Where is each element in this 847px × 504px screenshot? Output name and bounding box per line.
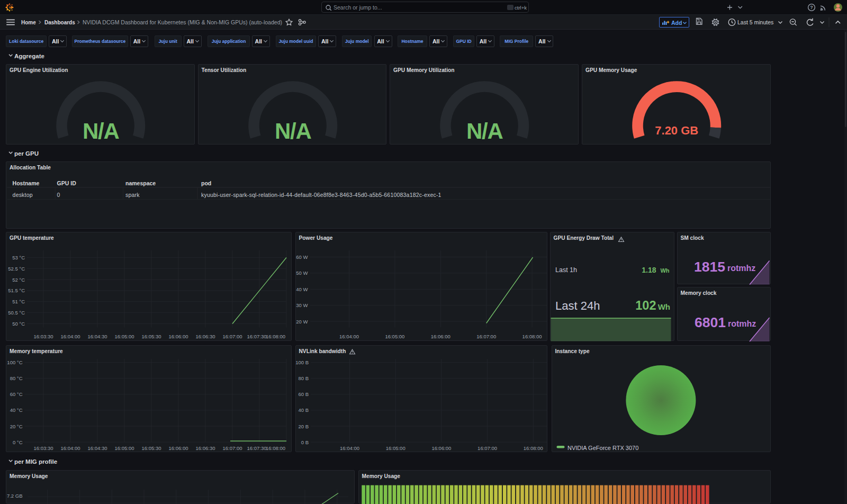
svg-text:desktop: desktop (13, 192, 33, 198)
svg-text:80 °C: 80 °C (10, 375, 23, 381)
svg-text:16:07:30: 16:07:30 (247, 333, 267, 339)
svg-text:52.5 °C: 52.5 °C (8, 265, 25, 271)
svg-text:16:07:00: 16:07:00 (476, 333, 496, 339)
svg-text:0: 0 (57, 192, 60, 198)
svg-text:16:07:30: 16:07:30 (247, 445, 267, 451)
svg-text:0 °C: 0 °C (13, 439, 23, 445)
svg-text:16:06:30: 16:06:30 (196, 333, 215, 339)
svg-text:50.5 °C: 50.5 °C (8, 310, 25, 316)
svg-text:per MIG profile: per MIG profile (14, 458, 57, 465)
svg-text:100 °C: 100 °C (7, 359, 22, 365)
svg-text:N/A: N/A (274, 119, 311, 143)
svg-text:Wh: Wh (657, 302, 670, 311)
svg-text:80 B: 80 B (298, 375, 309, 381)
svg-text:51.5 °C: 51.5 °C (8, 287, 25, 293)
svg-text:20 °C: 20 °C (10, 423, 23, 429)
svg-text:16:04:00: 16:04:00 (61, 445, 80, 451)
svg-text:16:05:30: 16:05:30 (142, 445, 161, 451)
svg-text:40 B: 40 B (298, 407, 309, 413)
svg-text:60 °C: 60 °C (10, 391, 23, 397)
svg-text:7.2 GB: 7.2 GB (7, 493, 23, 499)
svg-text:Last 24h: Last 24h (555, 299, 600, 312)
svg-text:N/A: N/A (83, 119, 120, 143)
svg-text:namespace: namespace (125, 179, 156, 186)
svg-text:16:08:00: 16:08:00 (266, 445, 285, 451)
svg-text:rotmhz: rotmhz (728, 319, 756, 328)
svg-text:16:06:00: 16:06:00 (169, 333, 188, 339)
svg-text:16:05:30: 16:05:30 (142, 333, 161, 339)
svg-text:6801: 6801 (695, 314, 726, 330)
svg-text:16:06:00: 16:06:00 (430, 333, 450, 339)
svg-text:52 °C: 52 °C (12, 276, 25, 282)
svg-text:16:05:00: 16:05:00 (385, 445, 405, 451)
svg-text:1815: 1815 (694, 258, 725, 274)
svg-text:40 W: 40 W (296, 286, 308, 292)
svg-text:20 B: 20 B (298, 423, 309, 429)
svg-text:16:07:00: 16:07:00 (223, 333, 242, 339)
svg-text:16:08:00: 16:08:00 (523, 445, 543, 451)
svg-text:50 °C: 50 °C (12, 320, 25, 326)
svg-text:Aggregate: Aggregate (14, 53, 44, 59)
svg-text:pod: pod (201, 179, 211, 186)
svg-text:16:04:30: 16:04:30 (88, 333, 107, 339)
svg-text:40 °C: 40 °C (10, 407, 23, 413)
svg-text:16:04:00: 16:04:00 (61, 333, 80, 339)
svg-text:30 W: 30 W (296, 302, 308, 308)
svg-text:16:06:00: 16:06:00 (431, 445, 451, 451)
svg-text:N/A: N/A (466, 119, 503, 143)
svg-text:Wh: Wh (660, 267, 669, 273)
svg-text:spark: spark (125, 192, 140, 198)
svg-text:16:03:30: 16:03:30 (34, 445, 53, 451)
svg-text:16:07:00: 16:07:00 (223, 445, 242, 451)
svg-text:0 B: 0 B (301, 439, 308, 445)
svg-text:NVIDIA GeForce RTX 3070: NVIDIA GeForce RTX 3070 (567, 444, 638, 451)
svg-text:16:04:00: 16:04:00 (340, 445, 359, 451)
svg-text:60 W: 60 W (296, 254, 308, 260)
svg-text:16:08:00: 16:08:00 (266, 333, 285, 339)
svg-text:60 B: 60 B (298, 391, 309, 397)
svg-text:53 °C: 53 °C (12, 254, 25, 260)
svg-text:51 °C: 51 °C (12, 299, 25, 304)
svg-text:50 W: 50 W (296, 270, 308, 276)
svg-text:?: ? (810, 5, 813, 10)
svg-text:Home: Home (21, 20, 36, 25)
svg-text:NVIDIA DCGM Dashboard for Kube: NVIDIA DCGM Dashboard for Kubernetes (MI… (83, 19, 282, 25)
svg-text:Dashboards: Dashboards (44, 20, 75, 25)
svg-text:16:04:30: 16:04:30 (88, 445, 107, 451)
svg-text:Last 5 minutes: Last 5 minutes (737, 19, 773, 25)
svg-text:16:05:00: 16:05:00 (385, 333, 404, 339)
svg-text:kyuubi-user-spark-sql-relation: kyuubi-user-spark-sql-relation-id-44-def… (201, 192, 441, 198)
svg-text:20 W: 20 W (296, 318, 308, 324)
svg-text:Last 1h: Last 1h (555, 266, 577, 273)
svg-text:Add: Add (671, 20, 682, 26)
svg-text:per GPU: per GPU (14, 150, 39, 157)
svg-text:16:07:00: 16:07:00 (477, 445, 497, 451)
svg-text:Hostname: Hostname (13, 179, 40, 186)
svg-text:16:06:00: 16:06:00 (169, 445, 188, 451)
svg-text:16:05:00: 16:05:00 (115, 333, 134, 339)
svg-text:16:04:00: 16:04:00 (339, 333, 359, 339)
svg-text:16:05:00: 16:05:00 (115, 445, 134, 451)
svg-text:102: 102 (635, 299, 656, 312)
svg-text:GPU ID: GPU ID (57, 179, 77, 186)
svg-text:rotmhz: rotmhz (727, 263, 755, 272)
svg-text:1.18: 1.18 (642, 265, 656, 274)
svg-text:16:08:00: 16:08:00 (522, 333, 542, 339)
svg-text:7.20 GB: 7.20 GB (655, 124, 698, 137)
svg-text:16:06:30: 16:06:30 (196, 445, 215, 451)
svg-text:100 B: 100 B (295, 359, 309, 365)
svg-text:16:03:30: 16:03:30 (34, 333, 53, 339)
